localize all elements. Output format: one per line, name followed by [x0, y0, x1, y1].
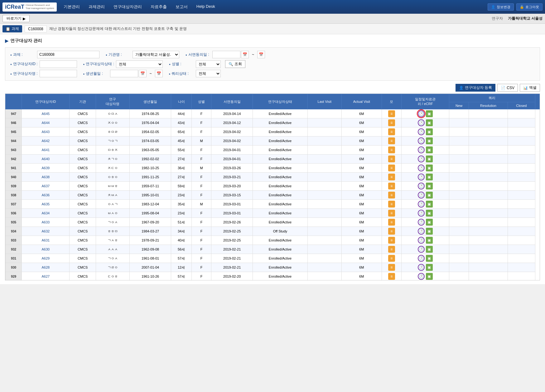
- cell-mo[interactable]: ≡: [382, 209, 401, 218]
- cell-mo[interactable]: ≡: [382, 136, 401, 146]
- csv-button[interactable]: 📄 CSV: [497, 84, 518, 92]
- clock-icon[interactable]: 🕐: [418, 192, 425, 198]
- cell-mo[interactable]: ≡: [382, 218, 401, 227]
- table-row[interactable]: 933 A631 CMCS ㄱㅅㅎ 1978-09-21 40세 F 2019-…: [6, 236, 540, 245]
- consent-date-from-input[interactable]: [212, 51, 240, 58]
- cell-ecrf[interactable]: 🕐 ▣: [401, 109, 449, 118]
- clock-icon[interactable]: 🕐: [418, 146, 425, 153]
- institution-select[interactable]: 가톨릭대학교 서울성.: [133, 51, 179, 58]
- mo-button[interactable]: ≡: [388, 192, 395, 198]
- table-row[interactable]: 945 A643 CMCS ㅎㅁㄹ 1954-02-05 65세 F 2019-…: [6, 127, 540, 136]
- table-row[interactable]: 941 A639 CMCS ㅈㄷㅇ 1982-10-25 36세 M 2019-…: [6, 164, 540, 173]
- cell-mo[interactable]: ≡: [382, 173, 401, 182]
- cell-mo[interactable]: ≡: [382, 236, 401, 245]
- cell-mo[interactable]: ≡: [382, 182, 401, 191]
- ecrf-button[interactable]: ▣: [426, 255, 433, 262]
- ecrf-button[interactable]: ▣: [426, 246, 433, 253]
- ecrf-button[interactable]: ▣: [426, 183, 433, 189]
- profile-button[interactable]: 👤 정보변경: [488, 3, 514, 11]
- query-select[interactable]: 전체: [196, 70, 221, 77]
- cell-subject-id[interactable]: A632: [22, 227, 70, 236]
- ecrf-button[interactable]: ▣: [426, 264, 433, 271]
- birth-calendar-from-icon[interactable]: 📅: [139, 70, 147, 77]
- clock-icon[interactable]: 🕐: [418, 174, 425, 180]
- ecrf-button[interactable]: ▣: [426, 210, 433, 217]
- subject-name-input[interactable]: [40, 70, 77, 77]
- table-row[interactable]: 936 A634 CMCS ㅂㅅㅇ 1995-08-04 23세 F 2019-…: [6, 209, 540, 218]
- cell-subject-id[interactable]: A642: [22, 136, 70, 146]
- mo-button[interactable]: ≡: [388, 119, 395, 126]
- clock-icon[interactable]: 🕐: [418, 255, 425, 262]
- nav-item-helpdesk[interactable]: Help Desk: [196, 3, 216, 11]
- cell-mo[interactable]: ≡: [382, 263, 401, 272]
- mo-button[interactable]: ≡: [388, 264, 395, 271]
- clock-icon[interactable]: 🕐: [418, 219, 425, 226]
- barogagi-button[interactable]: 바로가기 ▶: [2, 15, 30, 22]
- search-button[interactable]: 🔍 조회: [225, 60, 245, 68]
- cell-mo[interactable]: ≡: [382, 146, 401, 155]
- cell-subject-id[interactable]: A627: [22, 272, 70, 281]
- cell-mo[interactable]: ≡: [382, 155, 401, 164]
- gender-select[interactable]: 전체: [196, 60, 221, 68]
- cell-ecrf[interactable]: 🕐 ▣: [401, 263, 449, 272]
- mo-button[interactable]: ≡: [388, 155, 395, 162]
- cell-subject-id[interactable]: A640: [22, 155, 70, 164]
- cell-subject-id[interactable]: A641: [22, 146, 70, 155]
- clock-icon[interactable]: 🕐: [418, 201, 425, 208]
- cell-ecrf[interactable]: 🕐 ▣: [401, 182, 449, 191]
- ecrf-button[interactable]: ▣: [426, 110, 433, 117]
- register-subject-button[interactable]: 👤 연구대상자 등록: [456, 84, 495, 92]
- cell-subject-id[interactable]: A638: [22, 173, 70, 182]
- cell-mo[interactable]: ≡: [382, 118, 401, 127]
- mo-button[interactable]: ≡: [388, 210, 395, 217]
- cell-subject-id[interactable]: A634: [22, 209, 70, 218]
- mo-button[interactable]: ≡: [388, 273, 395, 280]
- table-row[interactable]: 940 A638 CMCS ㅇㅎㅇ 1991-11-25 27세 F 2019-…: [6, 173, 540, 182]
- table-row[interactable]: 929 A627 CMCS ㄷㅇㅎ 1961-10-26 57세 F 2019-…: [6, 272, 540, 281]
- cell-ecrf[interactable]: 🕐 ▣: [401, 118, 449, 127]
- table-row[interactable]: 943 A641 CMCS ㅁㅎㅈ 1963-05-05 55세 F 2019-…: [6, 146, 540, 155]
- mo-button[interactable]: ≡: [388, 219, 395, 226]
- mo-button[interactable]: ≡: [388, 255, 395, 262]
- ecrf-button[interactable]: ▣: [426, 228, 433, 235]
- cell-subject-id[interactable]: A633: [22, 218, 70, 227]
- cell-subject-id[interactable]: A635: [22, 200, 70, 209]
- cell-ecrf[interactable]: 🕐 ▣: [401, 200, 449, 209]
- cell-ecrf[interactable]: 🕐 ▣: [401, 146, 449, 155]
- cell-ecrf[interactable]: 🕐 ▣: [401, 209, 449, 218]
- mo-button[interactable]: ≡: [388, 201, 395, 208]
- cell-subject-id[interactable]: A644: [22, 118, 70, 127]
- ecrf-button[interactable]: ▣: [426, 201, 433, 208]
- mo-button[interactable]: ≡: [388, 237, 395, 244]
- table-row[interactable]: 944 A642 CMCS ㄱㅇㄱ 1974-03-05 45세 M 2019-…: [6, 136, 540, 146]
- calendar-to-icon[interactable]: 📅: [257, 51, 265, 58]
- cell-subject-id[interactable]: A631: [22, 236, 70, 245]
- table-row[interactable]: 947 A645 CMCS ㅇㅁㅅ 1974-08-25 44세 F 2019-…: [6, 109, 540, 118]
- clock-icon[interactable]: 🕐: [418, 246, 425, 253]
- clock-icon[interactable]: 🕐: [418, 137, 425, 144]
- cell-mo[interactable]: ≡: [382, 245, 401, 254]
- cell-ecrf[interactable]: 🕐 ▣: [401, 127, 449, 136]
- clock-icon[interactable]: 🕐: [418, 237, 425, 244]
- logout-button[interactable]: 🔓 로그아웃: [516, 3, 543, 11]
- table-row[interactable]: 938 A636 CMCS ㅊㅂㅅ 1995-10-01 23세 F 2019-…: [6, 191, 540, 200]
- clock-icon[interactable]: 🕐: [418, 165, 425, 171]
- ecrf-button[interactable]: ▣: [426, 219, 433, 226]
- cell-mo[interactable]: ≡: [382, 109, 401, 118]
- cell-subject-id[interactable]: A630: [22, 245, 70, 254]
- cell-ecrf[interactable]: 🕐 ▣: [401, 236, 449, 245]
- clock-icon[interactable]: 🕐: [418, 155, 425, 162]
- cell-mo[interactable]: ≡: [382, 164, 401, 173]
- cell-ecrf[interactable]: 🕐 ▣: [401, 218, 449, 227]
- table-row[interactable]: 939 A637 CMCS ㅂㅂㅎ 1959-07-11 59세 F 2019-…: [6, 182, 540, 191]
- cell-ecrf[interactable]: 🕐 ▣: [401, 245, 449, 254]
- table-row[interactable]: 931 A629 CMCS ㄱㅇㅅ 1961-08-01 57세 F 2019-…: [6, 254, 540, 263]
- cell-ecrf[interactable]: 🕐 ▣: [401, 191, 449, 200]
- nav-item-extract[interactable]: 자료추출: [150, 3, 167, 11]
- excel-button[interactable]: 📊 엑셀: [520, 84, 540, 92]
- cell-mo[interactable]: ≡: [382, 272, 401, 281]
- ecrf-button[interactable]: ▣: [426, 174, 433, 180]
- mo-button[interactable]: ≡: [388, 174, 395, 180]
- table-row[interactable]: 934 A632 CMCS ㅎㅎㅁ 1984-03-27 34세 F 2019-…: [6, 227, 540, 236]
- mo-button[interactable]: ≡: [388, 228, 395, 235]
